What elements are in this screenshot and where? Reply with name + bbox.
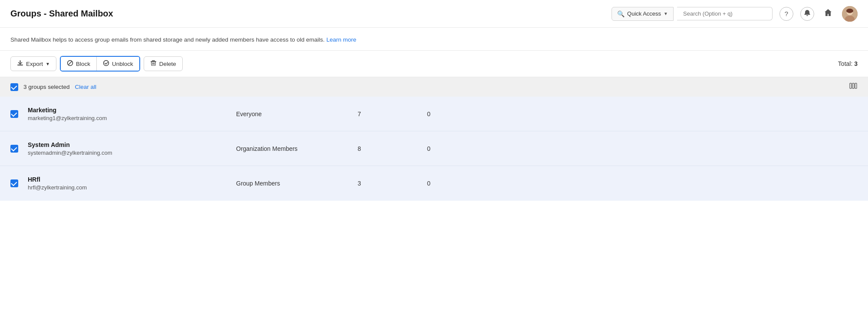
learn-more-link[interactable]: Learn more	[326, 36, 356, 43]
svg-rect-11	[152, 60, 155, 61]
row-1-count1: 7	[358, 111, 427, 117]
svg-line-8	[69, 62, 72, 65]
row-3-name-col: HRfl hrfl@zylkertraining.com	[28, 176, 236, 191]
chevron-down-icon: ▼	[664, 11, 668, 16]
help-button[interactable]: ?	[779, 7, 793, 21]
row-2-name-col: System Admin systemadmin@zylkertraining.…	[28, 141, 236, 156]
svg-rect-17	[855, 83, 857, 88]
table-row: Marketing marketing1@zylkertraining.com …	[0, 97, 868, 131]
notification-button[interactable]	[800, 7, 814, 21]
row-3-email: hrfl@zylkertraining.com	[28, 184, 236, 191]
row-1-name: Marketing	[28, 107, 236, 114]
selected-count-text: 3 groups selected	[23, 84, 70, 90]
svg-rect-15	[850, 83, 852, 88]
delete-icon	[150, 60, 157, 68]
svg-rect-10	[151, 61, 156, 62]
home-icon	[824, 8, 832, 19]
row-1-email: marketing1@zylkertraining.com	[28, 115, 236, 121]
block-label: Block	[76, 61, 90, 67]
total-count: Total: 3	[838, 60, 858, 67]
search-icon: 🔍	[617, 10, 625, 17]
row-2-name: System Admin	[28, 141, 236, 148]
help-icon: ?	[785, 10, 788, 17]
header-search-area: 🔍 Quick Access ▼	[612, 7, 773, 21]
svg-rect-5	[17, 65, 23, 65]
block-icon	[67, 60, 73, 68]
row-checkbox-1[interactable]	[10, 110, 28, 118]
clear-all-button[interactable]: Clear all	[75, 84, 97, 90]
row-2-count1: 8	[358, 145, 427, 152]
selected-bar: 3 groups selected Clear all	[0, 77, 868, 97]
quick-access-label: Quick Access	[627, 10, 661, 17]
block-unblock-group: Block Unblock	[60, 56, 140, 72]
search-input[interactable]	[677, 7, 773, 20]
row-1-count2: 0	[427, 111, 858, 117]
row-3-access: Group Members	[236, 180, 358, 187]
page-title: Groups - Shared Mailbox	[10, 9, 113, 19]
row-3-name: HRfl	[28, 176, 236, 183]
avatar[interactable]	[842, 6, 858, 22]
svg-rect-16	[852, 83, 854, 88]
table-area: Marketing marketing1@zylkertraining.com …	[0, 97, 868, 201]
row-1-checkbox[interactable]	[10, 110, 18, 118]
export-button[interactable]: Export ▼	[10, 56, 56, 71]
export-chevron-icon: ▼	[46, 62, 50, 66]
row-3-checkbox[interactable]	[10, 179, 18, 187]
header-icons: ?	[779, 6, 858, 22]
unblock-icon	[103, 60, 109, 68]
unblock-label: Unblock	[112, 61, 133, 67]
select-all-checkbox[interactable]	[10, 83, 18, 91]
row-2-checkbox[interactable]	[10, 145, 18, 153]
export-icon	[17, 60, 23, 68]
info-text: Shared Mailbox helps to access group ema…	[10, 36, 325, 43]
toolbar: Export ▼ Block Unblock	[0, 51, 868, 77]
header: Groups - Shared Mailbox 🔍 Quick Access ▼…	[0, 0, 868, 28]
svg-point-9	[103, 61, 108, 66]
row-3-count1: 3	[358, 180, 427, 187]
avatar-image	[842, 6, 858, 22]
block-button[interactable]: Block	[61, 57, 97, 71]
svg-point-4	[846, 9, 853, 13]
unblock-button[interactable]: Unblock	[97, 57, 139, 71]
row-1-access: Everyone	[236, 111, 358, 117]
row-2-count2: 0	[427, 145, 858, 152]
row-3-count2: 0	[427, 180, 858, 187]
row-1-name-col: Marketing marketing1@zylkertraining.com	[28, 107, 236, 121]
row-checkbox-3[interactable]	[10, 179, 28, 187]
table-row: HRfl hrfl@zylkertraining.com Group Membe…	[0, 166, 868, 201]
quick-access-button[interactable]: 🔍 Quick Access ▼	[612, 7, 674, 21]
row-checkbox-2[interactable]	[10, 145, 28, 153]
row-2-email: systemadmin@zylkertraining.com	[28, 150, 236, 156]
row-2-access: Organization Members	[236, 145, 358, 152]
delete-label: Delete	[159, 61, 176, 67]
delete-button[interactable]: Delete	[144, 56, 183, 71]
columns-icon[interactable]	[849, 81, 858, 92]
export-label: Export	[26, 61, 43, 67]
info-bar: Shared Mailbox helps to access group ema…	[0, 28, 868, 51]
svg-rect-6	[20, 60, 21, 64]
table-row: System Admin systemadmin@zylkertraining.…	[0, 131, 868, 166]
home-button[interactable]	[821, 7, 835, 21]
bell-icon	[804, 10, 811, 18]
